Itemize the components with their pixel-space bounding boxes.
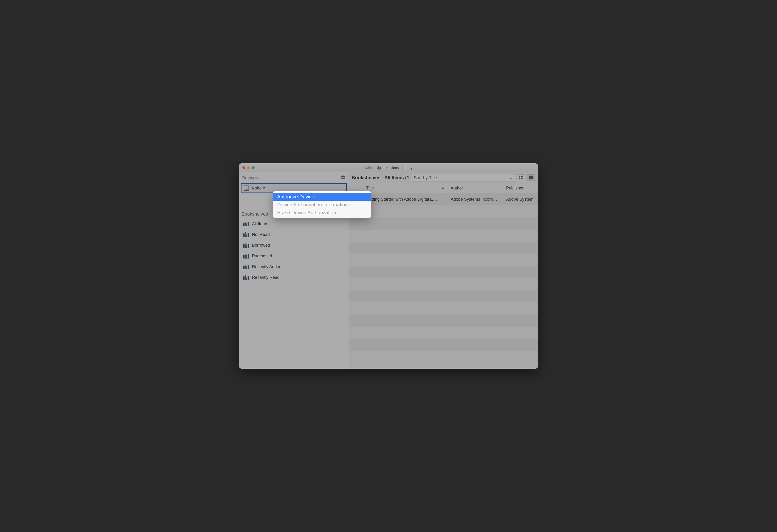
svg-rect-2 [521,177,523,178]
sidebar-item-label: Borrowed [252,243,270,248]
column-title-label: Title [366,186,374,191]
ereader-icon [244,186,249,191]
bookshelf-icon [243,275,249,280]
table-row [349,217,538,230]
chevron-down-icon: ⌄ [510,176,513,180]
sidebar-item-label: Recently Read [252,275,280,280]
sidebar-item-label: Not Read [252,232,270,237]
menu-item[interactable]: Authorize Device... [273,193,371,201]
svg-rect-5 [521,179,523,180]
view-list-button[interactable] [527,174,535,181]
svg-rect-0 [519,176,520,177]
bookshelf-heading: Bookshelves - All Items (1 [352,175,409,180]
table-header: Title Author Publisher [349,183,538,193]
bookshelf-list: All ItemsNot ReadBorrowedPurchasedRecent… [239,218,349,283]
table-row [349,290,538,302]
column-author-label: Author [451,186,463,191]
window-title: Adobe Digital Editions - Library [239,166,538,170]
sort-dropdown-label: Sort by Title [414,175,437,180]
sidebar-item[interactable]: All Items [239,218,349,229]
sidebar-item[interactable]: Recently Added [239,261,349,272]
bookshelves-header-label: Bookshelves [241,211,268,217]
devices-header: Devices [239,174,349,182]
maximize-button[interactable] [252,167,254,169]
bookshelf-icon [243,221,249,226]
close-button[interactable] [242,167,245,169]
sidebar-item[interactable]: Recently Read [239,272,349,283]
svg-rect-4 [521,178,523,179]
sidebar-item[interactable]: Borrowed [239,240,349,250]
table-row [349,339,538,351]
table-row [349,327,538,339]
view-grid-button[interactable] [517,174,525,181]
bookshelf-icon [243,253,249,258]
sidebar-item-label: Purchased [252,254,272,258]
gear-icon[interactable] [341,175,345,181]
table-row[interactable]: Getting Started with Adobe Digital E…Ado… [349,193,538,205]
titlebar: Adobe Digital Editions - Library [239,163,538,172]
toolbar: Bookshelves - All Items (1 Sort by Title… [349,172,538,183]
cell-publisher: Adobe System [503,197,538,202]
minimize-button[interactable] [247,167,250,169]
traffic-lights [239,167,254,169]
bookshelf-icon [243,232,249,237]
menu-item: Erase Device Authorization... [273,209,371,217]
svg-rect-6 [529,176,533,177]
table-row [349,242,538,254]
bookshelf-icon [243,264,249,269]
table-row [349,278,538,290]
device-context-menu: Authorize Device...Device Authorization … [273,191,371,218]
bookshelf-icon [243,243,249,248]
svg-rect-8 [529,178,533,179]
table-row [349,266,538,278]
column-title[interactable]: Title [363,183,448,193]
main-pane: Bookshelves - All Items (1 Sort by Title… [349,172,538,369]
column-author[interactable]: Author [448,183,503,193]
svg-rect-3 [519,178,520,179]
sidebar-item[interactable]: Purchased [239,250,349,261]
svg-rect-7 [529,177,533,178]
devices-header-label: Devices [241,175,258,181]
table-row [349,302,538,315]
svg-rect-1 [521,176,523,177]
sidebar-item[interactable]: Not Read [239,229,349,240]
cell-author: Adobe Systems Incorp… [448,197,503,202]
table-row [349,315,538,327]
cell-title: Getting Started with Adobe Digital E… [363,197,448,202]
device-item-label: Kobo e [252,186,265,191]
table-row [349,351,538,363]
table-row [349,205,538,217]
column-publisher[interactable]: Publisher [503,183,538,193]
view-toggle-group [517,174,535,181]
table-body: Getting Started with Adobe Digital E…Ado… [349,193,538,369]
table-row [349,254,538,266]
sort-dropdown[interactable]: Sort by Title ⌄ [411,174,515,182]
menu-item: Device Authorization Information [273,201,371,209]
sidebar-item-label: All Items [252,221,268,226]
app-window: Adobe Digital Editions - Library Devices… [239,163,538,369]
table-row [349,230,538,242]
column-publisher-label: Publisher [506,186,524,191]
sidebar-item-label: Recently Added [252,264,282,269]
